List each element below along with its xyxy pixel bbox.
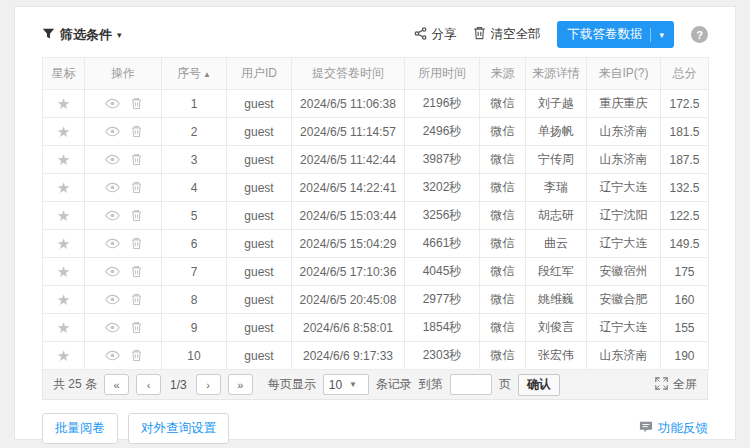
cell-source: 微信 [480,90,526,118]
star-icon[interactable]: ★ [57,235,70,252]
cell-source-detail: 段红军 [526,258,587,286]
cell-source: 微信 [480,146,526,174]
download-caret-icon[interactable]: ▾ [659,30,664,40]
delete-icon[interactable] [131,97,142,110]
cell-duration: 3987秒 [405,146,480,174]
view-icon[interactable] [105,266,120,277]
table-row: ★ 10 guest 2024/6/6 9:17:33 2303秒 微信 张宏伟… [43,342,709,370]
first-page-button[interactable]: « [104,374,129,395]
star-icon[interactable]: ★ [57,291,70,308]
bottom-actions: 批量阅卷 对外查询设置 功能反馈 [42,413,708,444]
cell-submit-time: 2024/6/5 20:45:08 [292,286,405,314]
cell-score: 187.5 [661,146,709,174]
delete-icon[interactable] [131,125,142,138]
star-icon[interactable]: ★ [57,263,70,280]
cell-serial: 6 [162,230,227,258]
cell-duration: 2496秒 [405,118,480,146]
cell-submit-time: 2024/6/5 17:10:36 [292,258,405,286]
col-source-detail: 来源详情 [526,58,587,90]
cell-submit-time: 2024/6/5 11:42:44 [292,146,405,174]
view-icon[interactable] [105,182,120,193]
col-score: 总分 [661,58,709,90]
delete-icon[interactable] [131,237,142,250]
cell-ip: 重庆重庆 [587,90,661,118]
sort-asc-icon[interactable]: ▲ [203,70,211,79]
feedback-link[interactable]: 功能反馈 [639,420,708,437]
goto-page-input[interactable] [450,374,492,395]
cell-source-detail: 曲云 [526,230,587,258]
last-page-button[interactable]: » [228,374,253,395]
delete-icon[interactable] [131,209,142,222]
table-row: ★ 2 guest 2024/6/5 11:14:57 2496秒 微信 单扬帆… [43,118,709,146]
cell-submit-time: 2024/6/5 15:04:29 [292,230,405,258]
share-label: 分享 [431,26,456,43]
cell-source: 微信 [480,258,526,286]
cell-userid: guest [227,174,292,202]
confirm-button[interactable]: 确认 [518,374,560,396]
cell-ip: 安徽宿州 [587,258,661,286]
star-icon[interactable]: ★ [57,123,70,140]
table-row: ★ 8 guest 2024/6/5 20:45:08 2977秒 微信 姚维巍… [43,286,709,314]
star-icon[interactable]: ★ [57,179,70,196]
table-row: ★ 5 guest 2024/6/5 15:03:44 3256秒 微信 胡志研… [43,202,709,230]
delete-icon[interactable] [131,321,142,334]
cell-ip: 辽宁大连 [587,314,661,342]
star-icon[interactable]: ★ [57,207,70,224]
star-icon[interactable]: ★ [57,319,70,336]
cell-ip: 安徽合肥 [587,286,661,314]
per-page-select[interactable]: 10 ▼ [323,374,369,395]
delete-icon[interactable] [131,181,142,194]
table-row: ★ 4 guest 2024/6/5 14:22:41 3202秒 微信 李瑞 … [43,174,709,202]
table-row: ★ 1 guest 2024/6/5 11:06:38 2196秒 微信 刘子越… [43,90,709,118]
goto-label: 到第 [419,376,443,393]
star-icon[interactable]: ★ [57,95,70,112]
clear-all-label: 清空全部 [490,26,540,43]
view-icon[interactable] [105,154,120,165]
batch-review-button[interactable]: 批量阅卷 [42,413,118,444]
cell-serial: 8 [162,286,227,314]
cell-serial: 3 [162,146,227,174]
share-button[interactable]: 分享 [414,26,456,43]
cell-submit-time: 2024/6/5 11:14:57 [292,118,405,146]
delete-icon[interactable] [131,293,142,306]
cell-source-detail: 刘俊言 [526,314,587,342]
col-source: 来源 [480,58,526,90]
filter-dropdown[interactable]: 筛选条件 ▾ [42,26,122,44]
cell-serial: 10 [162,342,227,370]
col-serial[interactable]: 序号▲ [162,58,227,90]
view-icon[interactable] [105,126,120,137]
star-icon[interactable]: ★ [57,347,70,364]
cell-ip: 山东济南 [587,118,661,146]
view-icon[interactable] [105,294,120,305]
fullscreen-button[interactable]: 全屏 [655,376,697,393]
cell-duration: 3202秒 [405,174,480,202]
view-icon[interactable] [105,98,120,109]
delete-icon[interactable] [131,265,142,278]
cell-ip: 辽宁大连 [587,230,661,258]
cell-score: 181.5 [661,118,709,146]
external-query-settings-button[interactable]: 对外查询设置 [128,413,229,444]
cell-duration: 2303秒 [405,342,480,370]
view-icon[interactable] [105,238,120,249]
cell-score: 172.5 [661,90,709,118]
feedback-label: 功能反馈 [658,420,708,437]
star-icon[interactable]: ★ [57,151,70,168]
cell-duration: 4661秒 [405,230,480,258]
next-page-button[interactable]: › [196,374,221,395]
delete-icon[interactable] [131,153,142,166]
prev-page-button[interactable]: ‹ [136,374,161,395]
cell-serial: 9 [162,314,227,342]
cell-ip: 辽宁沈阳 [587,202,661,230]
cell-score: 190 [661,342,709,370]
help-icon[interactable]: ? [691,26,708,43]
toolbar-actions: 分享 清空全部 下载答卷数据 ▾ ? [414,21,708,48]
clear-all-button[interactable]: 清空全部 [473,26,540,43]
view-icon[interactable] [105,350,120,361]
records-label: 条记录 [376,376,412,393]
delete-icon[interactable] [131,349,142,362]
view-icon[interactable] [105,322,120,333]
cell-duration: 2196秒 [405,90,480,118]
view-icon[interactable] [105,210,120,221]
download-data-button[interactable]: 下载答卷数据 ▾ [557,21,674,48]
cell-userid: guest [227,342,292,370]
